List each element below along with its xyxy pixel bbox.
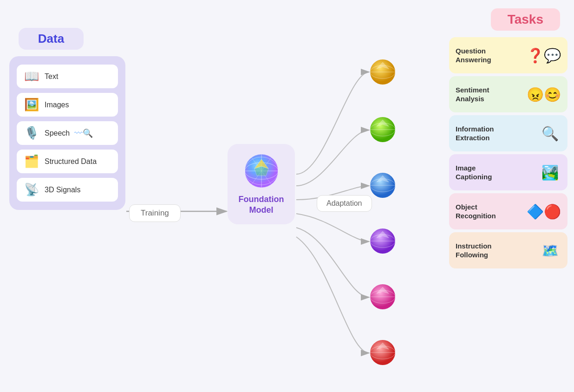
orb-sentiment xyxy=(369,116,396,143)
images-label: Images xyxy=(45,101,69,109)
text-icon: 📖 xyxy=(23,69,40,84)
orb-info xyxy=(369,172,396,199)
task-sentiment-label: SentimentAnalysis xyxy=(456,85,523,104)
foundation-model-area: FoundationModel xyxy=(228,144,295,224)
data-section: Data 📖 Text 🖼️ Images 🎙️ Speech 〰🔍 🗂️ St… xyxy=(9,28,125,210)
data-label: Data xyxy=(19,28,84,50)
training-area: Training xyxy=(129,181,181,222)
structured-icon: 🗂️ xyxy=(23,154,40,169)
data-panel: 📖 Text 🖼️ Images 🎙️ Speech 〰🔍 🗂️ Structu… xyxy=(9,56,125,210)
adaptation-label: Adaptation xyxy=(317,195,372,212)
task-object-label: ObjectRecognition xyxy=(456,203,523,221)
task-item-caption: ImageCaptioning 🏞️ xyxy=(449,154,567,190)
3d-label: 3D Signals xyxy=(45,186,80,194)
orb-qa xyxy=(369,59,396,85)
speech-icon: 🎙️ xyxy=(23,126,40,140)
structured-label: Structured Data xyxy=(45,157,97,166)
task-object-icon: 🔷🔴 xyxy=(527,203,561,220)
foundation-model-box: FoundationModel xyxy=(228,144,295,224)
task-item-info: InformationExtraction 🔍 xyxy=(449,115,567,151)
task-caption-label: ImageCaptioning xyxy=(456,163,535,182)
data-item-3d: 📡 3D Signals xyxy=(17,178,118,202)
task-item-instruction: InstructionFollowing 🗺️ xyxy=(449,232,567,268)
data-item-structured: 🗂️ Structured Data xyxy=(17,150,118,173)
task-qa-icon: ❓💬 xyxy=(527,47,561,64)
task-instruction-label: InstructionFollowing xyxy=(456,242,535,260)
data-item-text: 📖 Text xyxy=(17,65,118,88)
data-item-images: 🖼️ Images xyxy=(17,93,118,117)
task-qa-label: QuestionAnswering xyxy=(456,46,523,65)
data-item-speech: 🎙️ Speech 〰🔍 xyxy=(17,121,118,145)
task-info-label: InformationExtraction xyxy=(456,124,535,143)
text-label: Text xyxy=(45,72,58,81)
foundation-globe-icon xyxy=(243,152,280,189)
foundation-model-label: FoundationModel xyxy=(239,194,284,216)
training-label: Training xyxy=(141,209,169,217)
tasks-header: Tasks xyxy=(491,8,560,31)
orb-caption xyxy=(369,228,396,255)
3d-icon: 📡 xyxy=(23,183,40,197)
task-info-icon: 🔍 xyxy=(539,125,561,142)
orb-instruction xyxy=(369,339,396,366)
task-item-object: ObjectRecognition 🔷🔴 xyxy=(449,193,567,229)
task-instruction-icon: 🗺️ xyxy=(539,242,561,259)
speech-label: Speech xyxy=(45,129,70,137)
images-icon: 🖼️ xyxy=(23,98,40,112)
task-sentiment-icon: 😠😊 xyxy=(527,86,561,103)
task-item-qa: QuestionAnswering ❓💬 xyxy=(449,37,567,73)
task-item-sentiment: SentimentAnalysis 😠😊 xyxy=(449,76,567,112)
speech-wave: 〰🔍 xyxy=(74,128,93,138)
task-caption-icon: 🏞️ xyxy=(539,164,561,181)
tasks-panel: QuestionAnswering ❓💬 SentimentAnalysis 😠… xyxy=(449,37,567,268)
orb-object xyxy=(369,283,396,310)
